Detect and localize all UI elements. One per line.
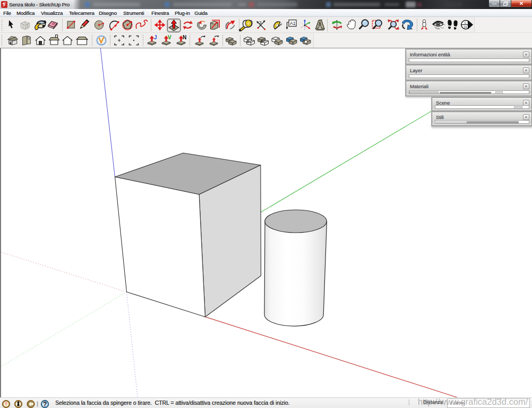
svg-text:?: ? [43,401,47,408]
svg-text:A1: A1 [290,21,296,26]
svg-text:J: J [154,35,157,40]
svg-text:N: N [183,35,186,40]
svg-text:C: C [465,21,467,24]
svg-text:3: 3 [259,20,262,25]
svg-text:24: 24 [464,26,467,29]
svg-text:V: V [168,35,171,40]
